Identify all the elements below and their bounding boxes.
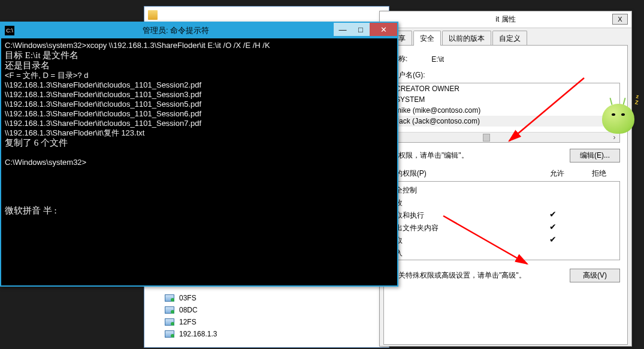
user-list-item-selected[interactable]: Jack (Jack@contoso.com) <box>392 116 619 127</box>
allow-check-icon <box>532 210 574 221</box>
cmd-prompt: C:\Windows\system32> <box>5 158 86 167</box>
deny-cell <box>574 198 616 208</box>
computer-icon <box>165 330 174 338</box>
permissions-header: : 的权限(P) 允许 拒绝 <box>391 169 620 179</box>
cmd-titlebar[interactable]: C:\ 管理员: 命令提示符 — □ ✕ <box>1 23 397 38</box>
tab-previous-versions[interactable]: 以前的版本 <box>442 31 491 46</box>
properties-dialog: it 属性 X 共享 安全 以前的版本 自定义 名称: E:\it 用户名(G)… <box>379 11 632 347</box>
computer-icon <box>165 294 174 302</box>
permissions-list: 全控制 改 取和执行 出文件夹内容 取 入 <box>391 181 620 260</box>
allow-column-header: 允许 <box>536 169 578 179</box>
cmd-line: 还是目录名 <box>5 61 50 70</box>
permission-row: 出文件夹内容 <box>395 222 616 234</box>
edit-hint: 改权限，请单击"编辑"。 <box>391 151 570 161</box>
cmd-line: 目标 E:\it 是文件名 <box>5 50 78 60</box>
advanced-button[interactable]: 高级(V) <box>570 269 620 282</box>
permission-row: 改 <box>395 197 616 209</box>
user-list-item[interactable]: SYSTEM <box>392 94 619 105</box>
tab-strip: 共享 安全 以前的版本 自定义 <box>380 28 631 46</box>
deny-cell <box>574 223 616 233</box>
window-buttons: — □ ✕ <box>334 23 397 38</box>
mascot-eye <box>621 113 625 116</box>
maximize-button[interactable]: □ <box>352 23 370 36</box>
allow-cell <box>532 248 574 258</box>
cmd-line: 复制了 6 个文件 <box>5 138 68 148</box>
explorer-titlebar[interactable] <box>144 7 389 23</box>
computer-icon <box>165 318 174 326</box>
cmd-line: \\192.168.1.3\ShareFloder\it\cloudos_110… <box>5 109 201 118</box>
cmd-title-text: 管理员: 命令提示符 <box>18 25 334 36</box>
mascot-antenna <box>609 98 612 105</box>
deny-cell <box>574 236 616 246</box>
network-computer-item[interactable]: 192.168.1.3 <box>162 328 384 340</box>
network-computer-item[interactable]: 03FS <box>162 292 384 304</box>
user-list-item[interactable]: mike (mike@contoso.com) <box>392 105 619 116</box>
sleep-zz-icon: zZ <box>628 92 640 106</box>
network-computer-item[interactable]: 12FS <box>162 316 384 328</box>
user-list[interactable]: CREATOR OWNER SYSTEM mike (mike@contoso.… <box>391 83 620 143</box>
close-icon: X <box>618 16 622 23</box>
permission-row: 取和执行 <box>395 209 616 222</box>
cmd-icon: C:\ <box>5 26 14 35</box>
cmd-output[interactable]: C:\Windows\system32>xcopy \\192.168.1.3\… <box>1 38 397 218</box>
edit-permissions-row: 改权限，请单击"编辑"。 编辑(E)... <box>391 149 620 163</box>
network-item-label: 192.168.1.3 <box>179 330 217 338</box>
allow-check-icon <box>532 223 574 233</box>
mascot-eye <box>612 113 615 116</box>
properties-title: it 属性 <box>495 14 515 25</box>
mascot-body <box>602 104 634 134</box>
network-item-label: 12FS <box>179 318 196 326</box>
cmd-line: \\192.168.1.3\ShareFloder\it\cloudos_110… <box>5 119 201 128</box>
advanced-row: 有关特殊权限或高级设置，请单击"高级"。 高级(V) <box>391 269 620 282</box>
allow-check-icon <box>532 236 574 246</box>
network-item-label: 08DC <box>179 306 198 314</box>
object-path: E:\it <box>431 55 444 64</box>
cmd-line: <F = 文件, D = 目录>? d <box>5 71 88 80</box>
security-panel: 名称: E:\it 用户名(G): CREATOR OWNER SYSTEM m… <box>383 45 628 345</box>
properties-titlebar[interactable]: it 属性 X <box>380 11 631 28</box>
user-list-item[interactable]: CREATOR OWNER <box>392 83 619 94</box>
permission-row: 入 <box>395 247 616 260</box>
permission-row: 取 <box>395 234 616 247</box>
cmd-line: \\192.168.1.3\ShareFloder\it\cloudos_110… <box>5 100 201 109</box>
close-button[interactable]: X <box>612 14 628 25</box>
cmd-window: C:\ 管理员: 命令提示符 — □ ✕ C:\Windows\system32… <box>0 22 398 287</box>
deny-column-header: 拒绝 <box>578 169 620 179</box>
folder-icon <box>148 10 158 20</box>
object-name-row: 名称: E:\it <box>391 54 620 64</box>
cmd-line: \\192.168.1.3\ShareFloder\it\cloudos_110… <box>5 80 201 89</box>
cmd-line: C:\Windows\system32>xcopy \\192.168.1.3\… <box>5 41 270 50</box>
tab-security[interactable]: 安全 <box>413 31 441 46</box>
group-users-label: 用户名(G): <box>391 70 620 80</box>
cmd-line: \\192.168.1.3\ShareFloder\it\cloudos_110… <box>5 90 201 99</box>
deny-cell <box>574 185 616 195</box>
network-computer-item[interactable]: 08DC <box>162 304 384 316</box>
close-button[interactable]: ✕ <box>370 23 397 36</box>
edit-button[interactable]: 编辑(E)... <box>570 149 620 163</box>
computer-icon <box>165 306 174 314</box>
allow-cell <box>532 198 574 208</box>
allow-cell <box>532 185 574 195</box>
cmd-line: \\192.168.1.3\ShareFloder\it\复件 123.txt <box>5 128 144 137</box>
scroll-thumb[interactable] <box>483 134 490 142</box>
explorer-network-list: 03FS 08DC 12FS 192.168.1.3 <box>144 287 389 345</box>
deny-cell <box>574 248 616 258</box>
ime-status: 微软拼音 半 : <box>5 206 57 215</box>
deny-cell <box>574 210 616 221</box>
permissions-for-label: : 的权限(P) <box>391 169 536 179</box>
advanced-hint: 有关特殊权限或高级设置，请单击"高级"。 <box>391 270 570 281</box>
minimize-button[interactable]: — <box>334 23 352 36</box>
tab-custom[interactable]: 自定义 <box>492 31 527 46</box>
permission-row: 全控制 <box>395 184 616 197</box>
mascot-widget[interactable]: zZ <box>597 93 639 141</box>
horizontal-scrollbar[interactable]: ‹ › <box>392 132 619 142</box>
network-item-label: 03FS <box>179 294 196 302</box>
